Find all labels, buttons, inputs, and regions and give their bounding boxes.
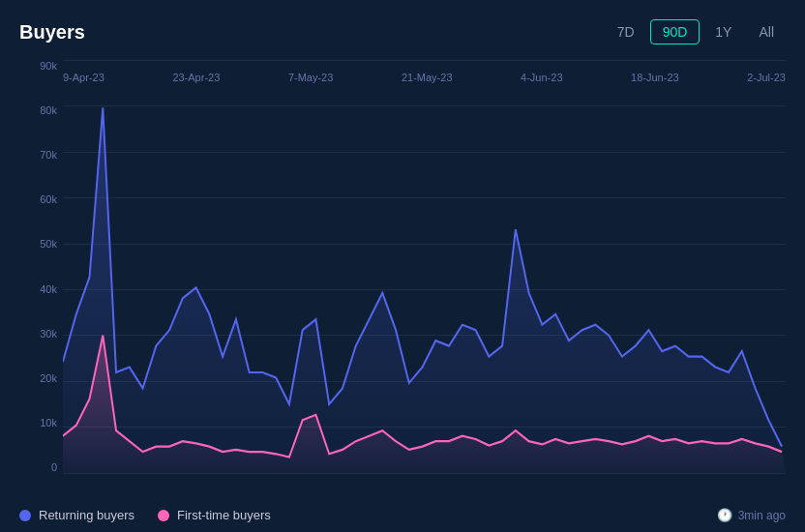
y-label-10k: 10k xyxy=(19,417,63,429)
timestamp-label: 3min ago xyxy=(738,509,786,522)
legend-dot-first-time xyxy=(158,510,169,521)
chart-area: 90k 80k 70k 60k 50k 40k 30k 20k 10k 0 xyxy=(19,60,786,496)
clock-icon: 🕐 xyxy=(717,508,732,522)
y-label-80k: 80k xyxy=(19,104,63,116)
legend-returning-buyers: Returning buyers xyxy=(19,508,134,522)
filter-1y[interactable]: 1Y xyxy=(703,19,743,44)
filter-all[interactable]: All xyxy=(747,19,786,44)
y-label-50k: 50k xyxy=(19,238,63,250)
y-axis: 90k 80k 70k 60k 50k 40k 30k 20k 10k 0 xyxy=(19,60,63,496)
time-filter-group: 7D 90D 1Y All xyxy=(606,19,786,44)
legend-first-time-buyers: First-time buyers xyxy=(158,508,271,522)
legend-label-first-time: First-time buyers xyxy=(177,508,271,522)
legend: Returning buyers First-time buyers 🕐 3mi… xyxy=(19,504,786,522)
y-label-30k: 30k xyxy=(19,328,63,340)
returning-buyers-fill-path xyxy=(63,107,786,473)
chart-title: Buyers xyxy=(19,21,85,44)
y-label-70k: 70k xyxy=(19,149,63,161)
chart-svg xyxy=(63,60,786,473)
y-label-60k: 60k xyxy=(19,193,63,205)
filter-7d[interactable]: 7D xyxy=(606,19,646,44)
chart-inner: 9-Apr-23 23-Apr-23 7-May-23 21-May-23 4-… xyxy=(63,60,786,496)
y-label-20k: 20k xyxy=(19,372,63,384)
chart-header: Buyers 7D 90D 1Y All xyxy=(19,19,786,44)
legend-dot-returning xyxy=(19,510,31,521)
y-label-0: 0 xyxy=(19,461,63,473)
filter-90d[interactable]: 90D xyxy=(650,19,701,44)
main-container: Buyers 7D 90D 1Y All 90k 80k 70k 60k 50k… xyxy=(0,0,805,532)
y-label-90k: 90k xyxy=(19,60,63,72)
y-label-40k: 40k xyxy=(19,283,63,295)
timestamp: 🕐 3min ago xyxy=(717,508,786,522)
legend-label-returning: Returning buyers xyxy=(39,508,134,522)
